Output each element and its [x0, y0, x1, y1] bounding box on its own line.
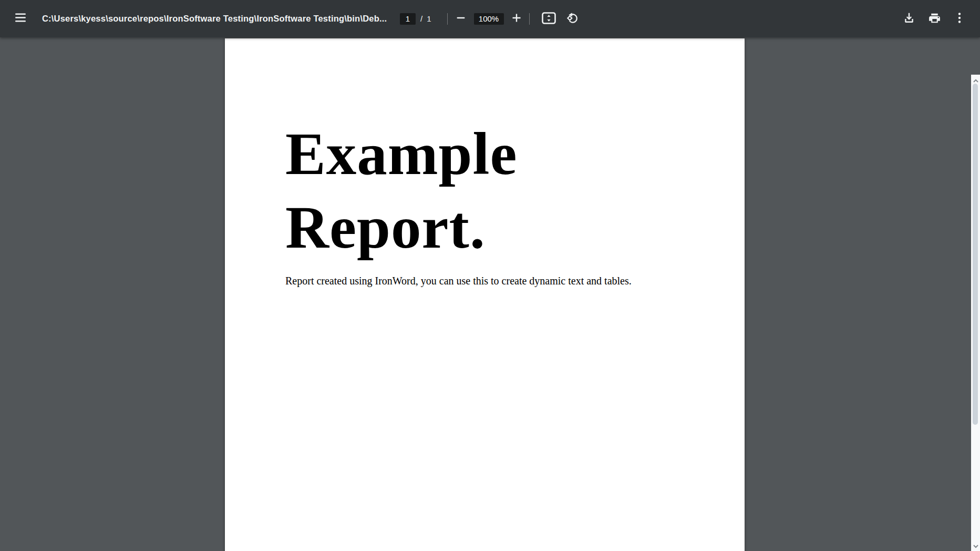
document-title-line-1: Example — [285, 117, 692, 191]
toolbar-actions — [902, 0, 966, 37]
zoom-in-icon — [512, 13, 521, 24]
more-vertical-icon — [953, 12, 966, 26]
pdf-toolbar: C:\Users\kyess\source\repos\IronSoftware… — [0, 0, 980, 37]
document-subtitle: Report created using IronWord, you can u… — [285, 274, 692, 287]
fit-to-page-icon — [542, 12, 556, 26]
toolbar-divider — [447, 13, 448, 25]
print-icon — [928, 12, 941, 26]
zoom-out-icon — [456, 13, 466, 24]
page-count: 1 — [427, 14, 431, 23]
rotate-counterclockwise-button[interactable] — [566, 13, 579, 25]
document-title: Example Report. — [285, 117, 692, 264]
document-area[interactable]: Example Report. Report created using Iro… — [0, 37, 980, 551]
scrollbar-thumb[interactable] — [973, 84, 978, 425]
menu-button[interactable] — [10, 8, 31, 29]
rotate-ccw-icon — [566, 12, 579, 26]
zoom-level[interactable]: 100% — [474, 13, 504, 25]
page-separator: / — [420, 14, 422, 23]
page-number-input[interactable] — [400, 13, 416, 25]
scroll-down-icon — [973, 541, 979, 550]
more-options-button[interactable] — [953, 12, 966, 26]
fit-to-page-button[interactable] — [542, 13, 556, 25]
toolbar-divider — [529, 13, 530, 25]
zoom-out-button[interactable] — [455, 13, 467, 25]
download-button[interactable] — [902, 12, 916, 26]
page-zoom-controls: / 1 100% — [400, 0, 579, 37]
vertical-scrollbar[interactable] — [971, 75, 980, 551]
menu-icon — [15, 13, 26, 24]
download-icon — [902, 11, 916, 26]
document-path: C:\Users\kyess\source\repos\IronSoftware… — [42, 0, 387, 37]
document-title-line-2: Report. — [285, 191, 692, 264]
scroll-down-button[interactable] — [971, 541, 980, 550]
zoom-in-button[interactable] — [510, 13, 523, 25]
pdf-page[interactable]: Example Report. Report created using Iro… — [225, 38, 745, 551]
print-button[interactable] — [927, 12, 941, 26]
